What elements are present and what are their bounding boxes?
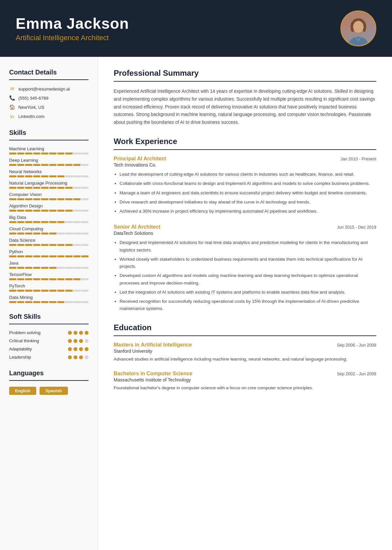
skill-segment <box>81 244 89 246</box>
skill-name: Deep Learning <box>9 158 89 163</box>
skill-segment <box>9 267 16 269</box>
skill-segment <box>17 244 24 246</box>
skill-segment <box>74 278 81 280</box>
skill-name: TensorFlow <box>9 272 89 277</box>
edu-desc: Foundational bachelor's degree in comput… <box>114 384 376 392</box>
skill-segment <box>25 175 32 177</box>
skill-segment <box>81 198 89 200</box>
job-bullets: Lead the development of cutting-edge AI … <box>114 171 376 215</box>
skill-segment <box>25 244 32 246</box>
skill-bar <box>9 153 89 154</box>
resume-header: Emma Jackson Artificial Intelligence Arc… <box>0 0 392 57</box>
contact-phone: 📞 (555) 345-6789 <box>9 95 89 101</box>
skill-segment <box>33 175 41 177</box>
skills-divider <box>9 140 89 140</box>
edu-header: Masters in Artificial IntelligenceSep 20… <box>114 342 376 348</box>
contact-linkedin: in LinkedIn.com <box>9 113 89 119</box>
skill-segment <box>9 198 16 200</box>
skill-segment <box>17 198 24 200</box>
skill-segment <box>57 187 65 189</box>
skill-segment <box>25 210 32 212</box>
soft-skill-dot <box>74 331 77 335</box>
skill-segment <box>17 153 24 154</box>
skill-segment <box>41 198 48 200</box>
skill-segment <box>81 153 89 154</box>
soft-skill-dots <box>68 331 89 335</box>
skill-segment <box>9 244 16 246</box>
skill-segment <box>25 267 32 269</box>
skill-segment <box>41 175 48 177</box>
job-bullet: Manage a team of AI engineers and data s… <box>120 189 376 197</box>
edu-list: Masters in Artificial IntelligenceSep 20… <box>114 342 376 392</box>
language-tag: English <box>9 387 36 395</box>
skill-segment <box>57 278 65 280</box>
job-title: Principal AI Architect <box>114 156 166 162</box>
edu-school: Massachusetts Institute of Technology <box>114 377 376 382</box>
skill-segment <box>74 267 81 269</box>
skill-segment <box>17 187 24 189</box>
skill-segment <box>49 221 57 223</box>
skill-segment <box>41 153 48 154</box>
work-divider <box>114 149 376 150</box>
skill-segment <box>81 164 89 166</box>
skill-segment <box>25 221 32 223</box>
skill-segment <box>65 187 73 189</box>
skill-item: Data Mining <box>9 295 89 303</box>
skill-segment <box>41 221 48 223</box>
skill-segment <box>33 153 41 154</box>
soft-skill-dots <box>68 355 89 359</box>
soft-skill-dot <box>79 331 83 335</box>
soft-skill-dot <box>85 339 89 343</box>
job-bullet: Worked closely with stakeholders to unde… <box>120 256 376 270</box>
skill-name: Java <box>9 261 89 266</box>
skill-segment <box>17 290 24 292</box>
skill-segment <box>33 244 41 246</box>
skill-segment <box>57 175 65 177</box>
skill-bar <box>9 187 89 189</box>
skill-item: Neural Networks <box>9 169 89 177</box>
skill-segment <box>74 198 81 200</box>
skill-segment <box>17 255 24 257</box>
summary-section: Professional Summary Experienced Artific… <box>114 69 376 126</box>
skill-bar <box>9 301 89 303</box>
skill-segment <box>74 175 81 177</box>
skill-name: Machine Learning <box>9 146 89 151</box>
skill-segment <box>81 267 89 269</box>
education-section: Education Masters in Artificial Intellig… <box>114 323 376 392</box>
soft-skill-dot <box>79 347 83 351</box>
skill-segment <box>65 233 73 235</box>
skill-segment <box>74 164 81 166</box>
job-bullet: Led the integration of AI solutions with… <box>120 289 376 296</box>
summary-divider <box>114 81 376 82</box>
skill-segment <box>41 278 48 280</box>
skill-segment <box>65 221 73 223</box>
skill-segment <box>33 164 41 166</box>
skills-list: Machine LearningDeep LearningNeural Netw… <box>9 146 89 303</box>
skill-name: Computer Vision <box>9 192 89 197</box>
skill-bar <box>9 221 89 223</box>
skill-segment <box>74 301 81 303</box>
summary-title: Professional Summary <box>114 69 376 78</box>
skill-segment <box>49 267 57 269</box>
skill-segment <box>81 187 89 189</box>
soft-skill-name: Problem solving <box>9 330 41 335</box>
soft-skill-dot <box>74 347 77 351</box>
skill-segment <box>57 233 65 235</box>
skill-segment <box>65 301 73 303</box>
skill-item: Deep Learning <box>9 158 89 166</box>
edu-block: Bachelors in Computer ScienceSep 2002 - … <box>114 371 376 392</box>
soft-skills-section: Soft Skills Problem solvingCritical thin… <box>9 313 89 360</box>
education-divider <box>114 335 376 336</box>
skill-name: Python <box>9 249 89 254</box>
skill-item: Big Data <box>9 215 89 223</box>
skill-segment <box>81 221 89 223</box>
skill-segment <box>74 233 81 235</box>
soft-skill-dot <box>74 355 77 359</box>
skill-segment <box>57 290 65 292</box>
email-icon: ✉ <box>9 86 15 92</box>
skill-name: Algorithm Design <box>9 203 89 208</box>
header-text: Emma Jackson Artificial Intelligence Arc… <box>16 15 129 42</box>
skill-segment <box>74 244 81 246</box>
skill-segment <box>9 210 16 212</box>
linkedin-icon: in <box>9 113 15 119</box>
